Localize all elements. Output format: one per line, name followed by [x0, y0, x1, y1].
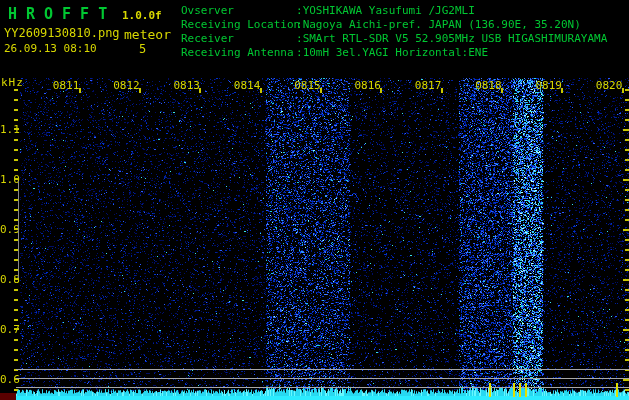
baseline-line [16, 369, 629, 370]
meteor-marker [616, 383, 618, 397]
freq-minor-tick-right [625, 89, 629, 91]
freq-minor-tick-right [625, 169, 629, 171]
time-tick [501, 88, 503, 93]
freq-minor-tick-right [625, 269, 629, 271]
time-tick [561, 88, 563, 93]
freq-tick-label: 1.0 [0, 173, 14, 186]
time-tick-label: 0816 [354, 79, 381, 92]
hrofft-screen: HROFFT 1.0.0f YY2609130810.png meteor 26… [0, 0, 629, 400]
freq-minor-tick-right [625, 389, 629, 391]
freq-tick-label: 0.6 [0, 373, 14, 386]
freq-tick-label: 1.1 [0, 123, 14, 136]
axes-layer: 1.11.00.90.80.70.60811081208130814081508… [0, 0, 629, 400]
freq-minor-tick-right [625, 299, 629, 301]
freq-minor-tick [14, 169, 18, 171]
freq-minor-tick-right [625, 259, 629, 261]
time-tick-label: 0818 [475, 79, 502, 92]
freq-major-tick-right [623, 129, 629, 131]
time-tick [79, 88, 81, 93]
freq-minor-tick [14, 299, 18, 301]
bottom-left-block [0, 393, 16, 400]
freq-minor-tick [14, 349, 18, 351]
freq-major-tick-right [623, 229, 629, 231]
time-tick [139, 88, 141, 93]
freq-minor-tick-right [625, 109, 629, 111]
freq-minor-tick [14, 139, 18, 141]
time-tick-label: 0819 [535, 79, 562, 92]
freq-major-tick [14, 128, 19, 130]
freq-minor-tick [14, 309, 18, 311]
freq-minor-tick-right [625, 339, 629, 341]
freq-major-tick-right [623, 179, 629, 181]
time-tick-label: 0820 [596, 79, 623, 92]
time-tick-label: 0813 [173, 79, 200, 92]
freq-major-tick [14, 178, 19, 180]
meteor-marker [513, 383, 515, 397]
freq-tick-label: 0.9 [0, 223, 14, 236]
freq-minor-tick-right [625, 99, 629, 101]
freq-minor-tick-right [625, 219, 629, 221]
time-tick [199, 88, 201, 93]
time-tick-label: 0812 [113, 79, 140, 92]
freq-minor-tick-right [625, 289, 629, 291]
freq-minor-tick-right [625, 159, 629, 161]
time-tick-label: 0811 [53, 79, 80, 92]
freq-minor-tick [14, 89, 18, 91]
meteor-marker [519, 383, 521, 397]
freq-tick-label: 0.7 [0, 323, 14, 336]
freq-minor-tick-right [625, 349, 629, 351]
freq-minor-tick [14, 159, 18, 161]
duration-indicator-line [18, 181, 19, 278]
freq-minor-tick-right [625, 209, 629, 211]
time-tick-label: 0815 [294, 79, 321, 92]
meteor-marker [525, 383, 527, 397]
freq-major-tick [14, 328, 19, 330]
freq-minor-tick-right [625, 139, 629, 141]
freq-tick-label: 0.8 [0, 273, 14, 286]
time-tick [320, 88, 322, 93]
freq-minor-tick-right [625, 249, 629, 251]
freq-minor-tick-right [625, 319, 629, 321]
freq-minor-tick [14, 339, 18, 341]
freq-major-tick [14, 278, 19, 280]
baseline-line [16, 387, 629, 388]
freq-minor-tick-right [625, 189, 629, 191]
time-tick-label: 0814 [234, 79, 261, 92]
freq-minor-tick [14, 149, 18, 151]
meteor-marker [489, 383, 491, 397]
freq-minor-tick [14, 289, 18, 291]
freq-minor-tick-right [625, 199, 629, 201]
time-tick [441, 88, 443, 93]
freq-major-tick-right [623, 379, 629, 381]
freq-major-tick-right [623, 329, 629, 331]
freq-minor-tick [14, 389, 18, 391]
freq-major-tick-right [623, 279, 629, 281]
freq-minor-tick-right [625, 119, 629, 121]
freq-minor-tick-right [625, 239, 629, 241]
freq-minor-tick [14, 319, 18, 321]
freq-minor-tick [14, 109, 18, 111]
time-tick [380, 88, 382, 93]
time-tick [260, 88, 262, 93]
freq-minor-tick-right [625, 309, 629, 311]
time-tick-label: 0817 [415, 79, 442, 92]
baseline-line [16, 378, 629, 379]
freq-minor-tick [14, 359, 18, 361]
freq-minor-tick [14, 119, 18, 121]
freq-minor-tick-right [625, 149, 629, 151]
freq-minor-tick-right [625, 359, 629, 361]
time-tick [622, 88, 624, 93]
freq-minor-tick [14, 99, 18, 101]
